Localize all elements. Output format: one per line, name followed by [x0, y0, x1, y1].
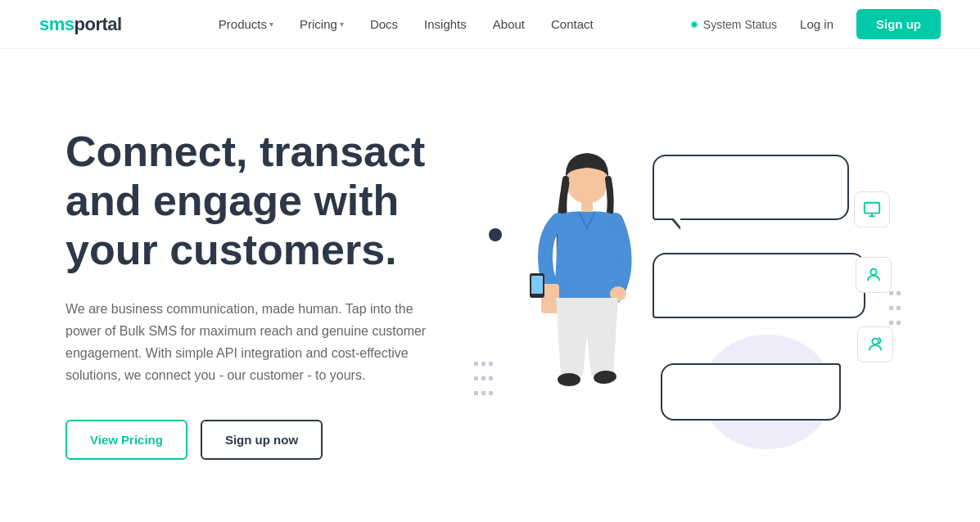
nav-docs[interactable]: Docs — [359, 11, 409, 38]
status-dot-icon — [690, 20, 698, 29]
speech-bubble-mid — [653, 253, 865, 318]
nav-pricing[interactable]: Pricing ▾ — [288, 11, 355, 38]
system-status[interactable]: System Status — [690, 18, 777, 31]
svg-point-1 — [870, 269, 876, 275]
deco-dot — [489, 228, 502, 241]
svg-point-9 — [558, 373, 580, 386]
logo-portal: portal — [75, 14, 122, 34]
chevron-down-icon: ▾ — [340, 20, 344, 29]
float-icon-1 — [854, 191, 890, 227]
svg-rect-0 — [865, 203, 879, 214]
deco-dot-grid-left — [472, 356, 495, 400]
float-icon-3 — [857, 326, 893, 362]
sign-up-now-button[interactable]: Sign up now — [201, 420, 323, 460]
navbar: smsportal Products ▾ Pricing ▾ Docs Insi… — [0, 0, 980, 49]
hero-heading: Connect, transact and engage with your c… — [65, 128, 456, 274]
speech-bubble-bot — [661, 363, 841, 421]
hero-content: Connect, transact and engage with your c… — [65, 128, 456, 459]
nav-links: Products ▾ Pricing ▾ Docs Insights About… — [207, 11, 605, 38]
signup-button[interactable]: Sign up — [856, 9, 941, 39]
nav-contact[interactable]: Contact — [540, 11, 605, 38]
chevron-down-icon: ▾ — [269, 20, 273, 29]
nav-about[interactable]: About — [481, 11, 536, 38]
logo-sms: sms — [39, 14, 75, 34]
speech-bubble-top — [653, 155, 849, 220]
deco-dot-grid-right — [887, 286, 902, 330]
nav-right: System Status Log in Sign up — [690, 9, 941, 39]
hero-section: Connect, transact and engage with your c… — [0, 49, 980, 522]
nav-products[interactable]: Products ▾ — [207, 11, 285, 38]
hero-illustration — [456, 122, 915, 466]
hero-description: We are business communication, made huma… — [65, 298, 442, 387]
hero-buttons: View Pricing Sign up now — [65, 420, 456, 460]
svg-point-2 — [872, 339, 878, 344]
svg-rect-7 — [531, 276, 543, 294]
person-illustration — [505, 138, 669, 449]
brand-logo[interactable]: smsportal — [39, 14, 122, 35]
login-button[interactable]: Log in — [790, 11, 843, 38]
float-icon-2 — [856, 257, 892, 293]
nav-insights[interactable]: Insights — [413, 11, 478, 38]
view-pricing-button[interactable]: View Pricing — [65, 420, 187, 460]
